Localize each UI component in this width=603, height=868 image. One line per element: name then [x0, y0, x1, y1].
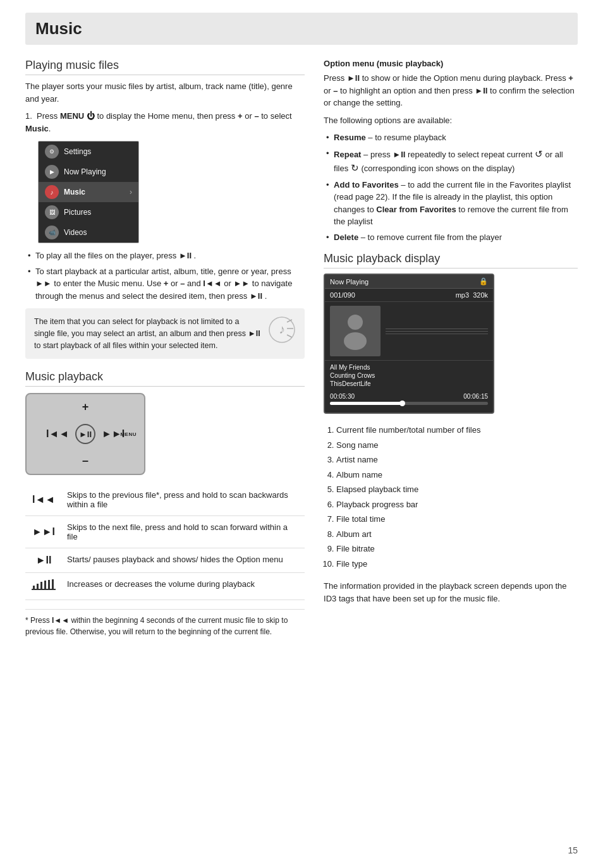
menu-settings-label: Settings	[64, 147, 91, 156]
left-column: Playing music files The player sorts you…	[25, 59, 305, 637]
vol-desc: Increases or decreases the volume during…	[62, 573, 305, 600]
option-menu-following: The following options are available:	[324, 114, 578, 127]
minus-button: –	[82, 454, 88, 467]
bitrate: 320k	[473, 291, 488, 299]
artist-name: Counting Crows	[330, 371, 488, 380]
info-box-text: The item that you can select for playbac…	[34, 316, 260, 351]
option-resume: Resume – to resume playback	[324, 131, 578, 144]
playback-display: Now Playing 🔒 001/090 mp3 320k	[324, 274, 494, 414]
track-counter: 001/090	[330, 291, 355, 299]
numbered-item-3: Artist name	[336, 452, 578, 467]
control-next: ►►I Skips to the next file, press and ho…	[25, 516, 305, 548]
bullet-play-all: To play all the files on the player, pre…	[25, 250, 305, 262]
numbered-item-7: File total time	[336, 512, 578, 527]
step1-text: 1. Press MENU ⏻ to display the Home menu…	[25, 110, 305, 135]
callout-1	[386, 327, 488, 329]
settings-icon: ⚙	[45, 145, 59, 159]
menu-screenshot: ⚙ Settings ▶ Now Playing ♪ Music › 🖼 Pic…	[38, 141, 139, 243]
plus-button: +	[82, 401, 89, 414]
numbered-item-2: Song name	[336, 438, 578, 453]
menu-item-videos: 📹 Videos	[39, 222, 138, 243]
numbered-item-4: Album name	[336, 467, 578, 483]
play-pause-button: ►II	[75, 424, 95, 444]
progress-dot	[399, 401, 405, 406]
volume-icon	[30, 579, 57, 591]
page-header: Music	[25, 13, 578, 45]
display-info-text: The information provided in the playback…	[324, 580, 578, 605]
music-playback-display-heading: Music playback display	[324, 252, 578, 268]
info-box-icon: ♪	[268, 316, 296, 344]
right-column: Option menu (music playback) Press ►II t…	[324, 59, 578, 637]
format-bitrate: mp3 320k	[456, 291, 488, 299]
plus-bold: +	[238, 111, 243, 121]
bullet-start-playback: To start playback at a particular artist…	[25, 265, 305, 303]
prev-desc: Skips to the previous file*, press and h…	[62, 484, 305, 516]
info-box: The item that you can select for playbac…	[25, 308, 305, 359]
device-image-container: + I◄◄ ►II ►►I MENU –	[25, 393, 305, 475]
progress-bar-fill	[330, 402, 401, 405]
option-repeat: Repeat – press ►II repeatedly to select …	[324, 147, 578, 176]
display-header: Now Playing 🔒	[325, 275, 493, 289]
music-bold: Music	[25, 124, 49, 133]
album-art	[330, 306, 381, 356]
svg-rect-8	[40, 582, 42, 589]
time-row: 00:05:30 00:06:15	[330, 393, 488, 400]
progress-bar-bg	[330, 402, 488, 405]
option-menu-list: Resume – to resume playback Repeat – pre…	[324, 131, 578, 243]
page: Music Playing music files The player sor…	[0, 0, 603, 868]
nowplaying-icon: ▶	[45, 165, 59, 179]
svg-line-4	[287, 335, 292, 337]
numbered-item-9: File bitrate	[336, 541, 578, 557]
svg-text:♪: ♪	[279, 322, 285, 336]
menu-nowplaying-label: Now Playing	[64, 167, 106, 176]
option-add-favorites: Add to Favorites – to add the current fi…	[324, 179, 578, 228]
display-time-bar: 00:05:30 00:06:15	[325, 390, 493, 413]
controls-table: I◄◄ Skips to the previous file*, press a…	[25, 484, 305, 600]
format: mp3	[456, 291, 469, 299]
minus-bold: –	[254, 111, 259, 121]
lock-icon: 🔒	[479, 277, 488, 286]
display-song-info: All My Friends Counting Crows ThisDesert…	[325, 360, 493, 390]
page-title: Music	[35, 19, 568, 39]
display-body: 001/090 mp3 320k	[325, 289, 493, 413]
menu-item-settings: ⚙ Settings	[39, 142, 138, 162]
display-main-area	[325, 302, 493, 360]
page-number: 15	[568, 845, 578, 855]
play-symbol: ►II	[25, 548, 62, 573]
prev-button: I◄◄	[46, 428, 69, 440]
album-art-silhouette	[339, 312, 371, 350]
menu-bold: MENU ⏻	[60, 111, 95, 121]
menu-item-nowplaying: ▶ Now Playing	[39, 162, 138, 182]
playing-music-intro: The player sorts your music files by art…	[25, 80, 305, 105]
numbered-list: Current file number/total number of file…	[324, 423, 578, 571]
numbered-item-6: Playback progress bar	[336, 497, 578, 512]
option-delete: Delete – to remove current file from the…	[324, 231, 578, 244]
total-time: 00:06:15	[463, 393, 488, 400]
svg-rect-11	[52, 579, 54, 589]
pictures-icon: 🖼	[45, 205, 59, 219]
svg-rect-10	[48, 580, 50, 589]
numbered-item-8: Album art	[336, 527, 578, 542]
option-menu-heading: Option menu (music playback)	[324, 59, 578, 68]
info-box-content: The item that you can select for playbac…	[34, 317, 260, 350]
play-desc: Starts/ pauses playback and shows/ hides…	[62, 548, 305, 573]
album-name: ThisDesertLife	[330, 380, 488, 388]
music-icon: ♪	[45, 185, 59, 199]
playing-bullets: To play all the files on the player, pre…	[25, 250, 305, 302]
playing-music-files-heading: Playing music files	[25, 59, 305, 75]
videos-icon: 📹	[45, 226, 59, 239]
arrow-right-icon: ›	[130, 188, 132, 196]
now-playing-label: Now Playing	[330, 278, 368, 286]
control-play: ►II Starts/ pauses playback and shows/ h…	[25, 548, 305, 573]
next-desc: Skips to the next file, press and hold t…	[62, 516, 305, 548]
numbered-item-5: Elapsed playback time	[336, 482, 578, 497]
elapsed-time: 00:05:30	[330, 393, 355, 400]
svg-point-13	[344, 332, 367, 350]
menu-pictures-label: Pictures	[64, 208, 91, 217]
display-track-info: 001/090 mp3 320k	[325, 289, 493, 302]
music-playback-heading: Music playback	[25, 370, 305, 387]
song-name: All My Friends	[330, 363, 488, 371]
numbered-item-10: File type	[336, 557, 578, 572]
menu-item-music: ♪ Music ›	[39, 182, 138, 202]
callout-lines	[386, 306, 488, 356]
